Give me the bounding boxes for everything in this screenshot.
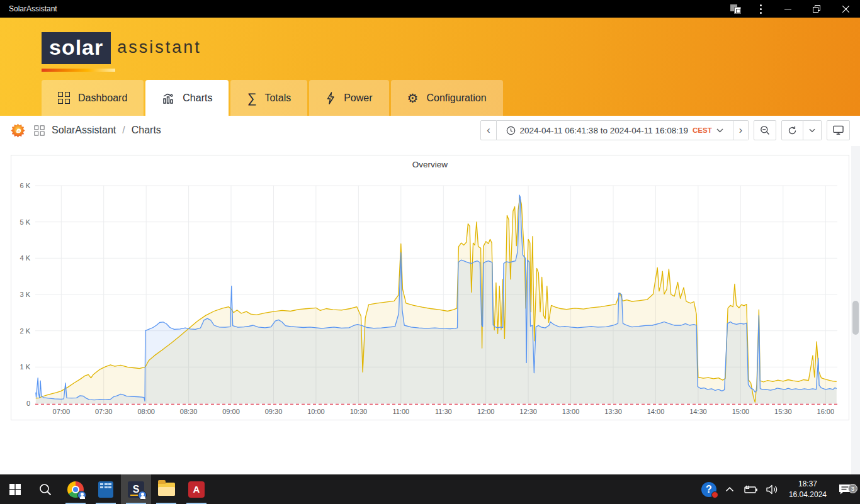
taskbar-file-explorer[interactable] xyxy=(151,474,181,504)
search-icon xyxy=(38,483,52,496)
timezone-label: CEST xyxy=(693,126,712,134)
scrollbar-thumb[interactable] xyxy=(852,301,859,335)
chevron-up-icon xyxy=(725,486,734,492)
tab-power[interactable]: Power xyxy=(309,80,388,116)
restore-icon xyxy=(813,5,820,13)
breadcrumb-app[interactable]: SolarAssistant xyxy=(52,125,116,136)
power-status-button[interactable] xyxy=(738,485,762,494)
tab-charts[interactable]: Charts xyxy=(145,80,229,116)
svg-text:07:30: 07:30 xyxy=(95,408,113,415)
start-button[interactable] xyxy=(0,474,30,504)
gear-icon: ⚙ xyxy=(407,92,419,104)
sigma-icon: ∑ xyxy=(247,91,256,104)
kiosk-mode-button[interactable] xyxy=(827,120,850,140)
scrollbar-track[interactable] xyxy=(851,146,860,474)
breadcrumb: SolarAssistant / Charts xyxy=(33,125,161,137)
tab-label: Dashboard xyxy=(78,92,127,104)
ime-language-icon[interactable] xyxy=(723,0,748,18)
windows-taskbar: S A ? 18:37 16 xyxy=(0,474,860,504)
zoom-out-button[interactable] xyxy=(754,120,776,140)
app-header: solar assistant Dashboard Charts ∑ Total… xyxy=(0,18,860,116)
restore-button[interactable] xyxy=(802,0,831,18)
svg-text:08:00: 08:00 xyxy=(137,408,155,415)
grafana-logo-icon xyxy=(10,123,26,138)
refresh-button[interactable] xyxy=(781,120,803,140)
svg-text:09:30: 09:30 xyxy=(265,408,283,415)
system-tray: ? 18:37 16.04.2024 xyxy=(697,474,860,504)
clock-date: 16.04.2024 xyxy=(789,490,827,500)
panel-title[interactable]: Overview xyxy=(11,155,849,173)
language-icon xyxy=(730,4,741,14)
chevron-left-icon: ‹ xyxy=(487,125,490,136)
profile-badge-icon xyxy=(77,491,86,500)
svg-text:10:30: 10:30 xyxy=(350,408,368,415)
taskbar-calculator[interactable] xyxy=(91,474,121,504)
window-titlebar: SolarAssistant xyxy=(0,0,860,18)
svg-text:0: 0 xyxy=(26,400,30,407)
svg-text:3 K: 3 K xyxy=(20,291,30,298)
chevron-right-icon: › xyxy=(739,125,742,136)
svg-text:12:30: 12:30 xyxy=(519,408,537,415)
svg-text:08:30: 08:30 xyxy=(180,408,198,415)
svg-text:10:00: 10:00 xyxy=(307,408,325,415)
tray-expand-button[interactable] xyxy=(721,486,738,492)
svg-text:15:00: 15:00 xyxy=(732,408,750,415)
profile-badge-icon xyxy=(138,491,147,500)
notification-count-badge: 3 xyxy=(848,484,857,493)
logo-underline xyxy=(42,69,115,72)
time-range-text: 2024-04-11 06:41:38 to 2024-04-11 16:08:… xyxy=(520,126,688,135)
kebab-icon xyxy=(760,4,762,14)
svg-text:2 K: 2 K xyxy=(20,327,30,335)
breadcrumb-page[interactable]: Charts xyxy=(132,125,161,136)
refresh-icon xyxy=(788,126,797,135)
time-range-picker-button[interactable]: 2024-04-11 06:41:38 to 2024-04-11 16:08:… xyxy=(497,120,733,140)
svg-text:14:00: 14:00 xyxy=(647,408,665,415)
svg-text:1 K: 1 K xyxy=(20,363,30,371)
action-center-button[interactable]: 3 xyxy=(832,483,857,496)
taskbar-acrobat[interactable]: A xyxy=(181,474,212,504)
windows-logo-icon xyxy=(9,484,21,495)
svg-text:09:00: 09:00 xyxy=(222,408,240,415)
help-tray-button[interactable]: ? xyxy=(697,482,721,497)
time-range-toolbar: ‹ 2024-04-11 06:41:38 to 2024-04-11 16:0… xyxy=(480,120,850,140)
taskbar-search-button[interactable] xyxy=(30,474,60,504)
volume-button[interactable] xyxy=(762,484,783,495)
overview-panel: Overview 01 K2 K3 K4 K5 K6 K07:0007:3008… xyxy=(11,155,849,420)
clock-time: 18:37 xyxy=(789,479,827,489)
close-button[interactable] xyxy=(831,0,860,18)
file-explorer-icon xyxy=(158,483,175,496)
tab-label: Power xyxy=(344,92,372,104)
calculator-icon xyxy=(98,481,113,498)
refresh-interval-button[interactable] xyxy=(803,120,822,140)
svg-text:07:00: 07:00 xyxy=(53,408,71,415)
svg-text:12:00: 12:00 xyxy=(477,408,495,415)
menu-kebab-button[interactable] xyxy=(748,0,773,18)
tab-configuration[interactable]: ⚙ Configuration xyxy=(391,80,503,116)
tab-dashboard[interactable]: Dashboard xyxy=(42,80,144,116)
main-nav: Dashboard Charts ∑ Totals Power ⚙ Config… xyxy=(42,80,503,116)
battery-plug-icon xyxy=(743,485,757,494)
svg-text:13:30: 13:30 xyxy=(604,408,622,415)
minimize-button[interactable] xyxy=(773,0,802,18)
svg-text:13:00: 13:00 xyxy=(562,408,580,415)
tab-totals[interactable]: ∑ Totals xyxy=(230,80,307,116)
svg-text:14:30: 14:30 xyxy=(689,408,707,415)
taskbar-clock[interactable]: 18:37 16.04.2024 xyxy=(783,479,832,499)
time-shift-forward-button[interactable]: › xyxy=(733,120,749,140)
tab-label: Configuration xyxy=(426,92,486,104)
monitor-icon xyxy=(833,125,844,135)
solarassistant-app-icon: S xyxy=(128,481,144,498)
time-shift-back-button[interactable]: ‹ xyxy=(480,120,496,140)
taskbar-chrome[interactable] xyxy=(60,474,91,504)
minimize-icon xyxy=(784,6,791,13)
volume-icon xyxy=(766,484,779,495)
taskbar-solarassistant[interactable]: S xyxy=(121,474,151,504)
grid-icon xyxy=(58,92,70,104)
logo-secondary: assistant xyxy=(117,38,201,57)
dashboard-grid-icon xyxy=(34,125,44,135)
zoom-out-icon xyxy=(760,125,770,135)
close-icon xyxy=(842,6,849,13)
svg-text:15:30: 15:30 xyxy=(774,408,792,415)
svg-text:5 K: 5 K xyxy=(20,218,30,226)
overview-chart[interactable]: 01 K2 K3 K4 K5 K6 K07:0007:3008:0008:300… xyxy=(11,173,849,418)
